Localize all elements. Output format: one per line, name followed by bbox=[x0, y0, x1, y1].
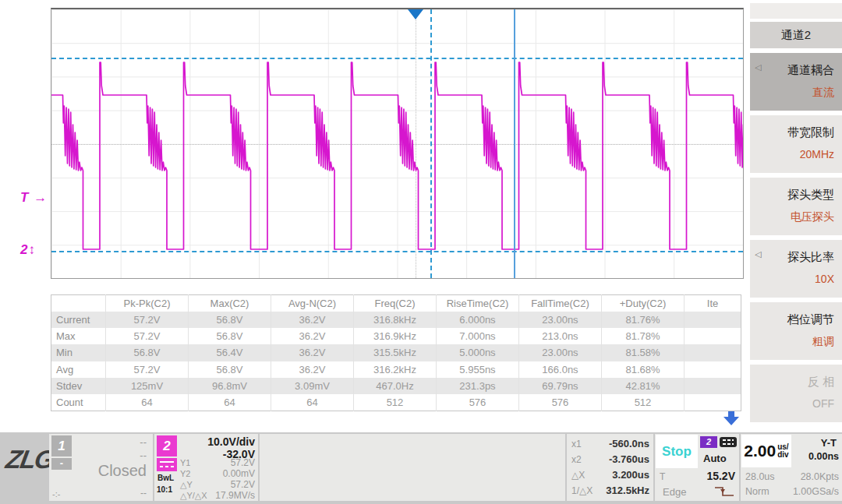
col-header: +Duty(C2) bbox=[602, 295, 685, 312]
sidebar-title: 通道2 bbox=[750, 22, 842, 48]
cursor-x1-line[interactable] bbox=[514, 9, 515, 278]
dc-coupling-icon bbox=[157, 458, 177, 471]
table-row: Min 56.8V56.4V 36.2V315.5kHz 5.000ns23.0… bbox=[51, 344, 741, 361]
bottom-spacer-panel bbox=[260, 434, 565, 501]
bandwidth-limit-flag: BwL bbox=[157, 474, 174, 482]
scroll-down-arrow-icon[interactable] bbox=[722, 411, 741, 429]
chevron-left-icon: ◁ bbox=[755, 62, 761, 72]
trigger-type[interactable]: Edge bbox=[663, 486, 686, 498]
x2-value: -3.760us bbox=[609, 453, 649, 465]
col-header bbox=[51, 295, 106, 312]
row-label: Min bbox=[51, 344, 106, 361]
col-header: Ite bbox=[685, 295, 741, 312]
cursor-x2-line[interactable] bbox=[430, 9, 432, 278]
trigger-mode[interactable]: Auto bbox=[703, 453, 727, 464]
menu-item-coupling[interactable]: ◁ 通道耦合 直流 bbox=[750, 53, 842, 111]
x1-value: -560.0ns bbox=[609, 438, 649, 449]
table-header-row: Pk-Pk(C2) Max(C2) Avg-N(C2) Freq(C2) Ris… bbox=[51, 295, 741, 312]
table-row: Stdev 125mV96.8mV 3.09mV467.0Hz 231.3ps6… bbox=[51, 378, 741, 394]
col-header: FallTime(C2) bbox=[519, 295, 602, 312]
y1-value: 57.2V bbox=[231, 457, 255, 468]
acq-mode: Norm bbox=[745, 486, 769, 497]
row-label: Max bbox=[51, 328, 106, 344]
inverse-delta-x-value: 312.5kHz bbox=[606, 485, 649, 496]
acq-points: 28.0Kpts bbox=[801, 471, 839, 482]
trigger-level-marker[interactable]: T → bbox=[20, 190, 48, 206]
sample-rate: 1.00GSa/s bbox=[793, 486, 839, 497]
right-arrow-icon: → bbox=[34, 190, 48, 205]
cursor-y2-line[interactable] bbox=[51, 251, 743, 252]
row-label: Avg bbox=[51, 361, 106, 378]
falling-edge-icon bbox=[714, 485, 734, 501]
delta-y-value: 57.2V bbox=[231, 479, 255, 490]
ch2-scale: 10.0V/div bbox=[207, 435, 255, 448]
ch1-value1: -- bbox=[140, 436, 147, 448]
channel2-badge[interactable]: 2 bbox=[157, 435, 177, 456]
col-header: Avg-N(C2) bbox=[271, 295, 354, 312]
channel2-panel[interactable]: 2 10.0V/div -32.0V BwL 10:1 Y1 57.2V Y2 … bbox=[154, 434, 258, 501]
menu-item-probe-type[interactable]: 探头类型 电压探头 bbox=[750, 178, 842, 235]
row-label: Count bbox=[51, 394, 106, 411]
menu-item-invert[interactable]: 反 相 OFF bbox=[750, 365, 842, 422]
oscilloscope-app: T → 2↕ Pk-Pk(C2) Max(C2) Avg-N(C2) Freq(… bbox=[0, 0, 842, 504]
sidebar-top-strip bbox=[750, 3, 842, 19]
table-row: Max 57.2V56.8V 36.2V316.9kHz 7.000ns213.… bbox=[51, 328, 741, 344]
table-row: Current 57.2V56.8V 36.2V316.8kHz 6.000ns… bbox=[51, 312, 741, 328]
measurement-table: Pk-Pk(C2) Max(C2) Avg-N(C2) Freq(C2) Ris… bbox=[51, 294, 741, 411]
acq-span: 28.0us bbox=[745, 471, 775, 482]
table-row: Avg 57.2V56.8V 36.2V316.2kHz 5.955ns166.… bbox=[51, 361, 741, 378]
channel-menu-sidebar: 通道2 ◁ 通道耦合 直流 带宽限制 20MHz 探头类型 电压探头 ◁ 探头比… bbox=[750, 0, 842, 432]
chevron-left-icon: ◁ bbox=[755, 249, 761, 259]
col-header: Freq(C2) bbox=[354, 295, 437, 312]
channel2-waveform-trace bbox=[51, 9, 743, 278]
row-label: Stdev bbox=[51, 378, 106, 394]
menu-item-scale-adjust[interactable]: 档位调节 粗调 bbox=[750, 302, 842, 360]
status-bar: ZLG® 1 - -- -- Closed -:- -- 2 10.0V/div… bbox=[0, 432, 842, 504]
row-label: Current bbox=[51, 312, 106, 328]
trigger-coupling-icon bbox=[720, 437, 737, 447]
ch1-status: Closed bbox=[98, 462, 147, 480]
delta-x-value: 3.200us bbox=[612, 469, 649, 481]
ch1-extra: -- bbox=[140, 488, 147, 499]
trigger-source-badge[interactable]: 2 bbox=[700, 436, 717, 448]
cursor-y1-line[interactable] bbox=[51, 58, 743, 59]
display-mode: Y-T bbox=[821, 437, 837, 449]
menu-item-bandwidth-limit[interactable]: 带宽限制 20MHz bbox=[750, 115, 842, 173]
col-header: RiseTime(C2) bbox=[437, 295, 519, 312]
channel1-sub-badge: - bbox=[51, 458, 72, 470]
col-header: Max(C2) bbox=[189, 295, 271, 312]
cursor-readout-panel: x1 -560.0ns x2 -3.760us △X 3.200us 1/△X … bbox=[567, 434, 653, 501]
run-stop-button[interactable]: Stop bbox=[656, 435, 698, 468]
trigger-position-marker[interactable] bbox=[408, 9, 423, 19]
timebase-setting[interactable]: 2.00 us/div bbox=[741, 435, 791, 467]
updown-arrow-icon: ↕ bbox=[28, 242, 36, 257]
table-row: Count 6464 64512 576576 512 bbox=[51, 394, 741, 411]
col-header: Pk-Pk(C2) bbox=[106, 295, 189, 312]
probe-ratio-flag: 10:1 bbox=[157, 485, 172, 494]
channel1-badge[interactable]: 1 bbox=[51, 435, 72, 456]
trigger-delay: 0.00ns bbox=[808, 451, 839, 462]
channel2-reference-marker[interactable]: 2↕ bbox=[20, 242, 36, 258]
channel1-panel[interactable]: 1 - -- -- Closed -:- -- bbox=[49, 434, 153, 501]
timebase-panel: 2.00 us/div Y-T 0.00ns 28.0us 28.0Kpts N… bbox=[741, 434, 842, 501]
menu-item-probe-ratio[interactable]: ◁ 探头比率 10X bbox=[750, 240, 842, 298]
ch1-value2: -- bbox=[140, 449, 147, 461]
y2-value: 0.00mV bbox=[223, 468, 255, 479]
waveform-display bbox=[51, 8, 744, 279]
trigger-panel: Stop 2 Auto T 15.2V Edge bbox=[655, 434, 739, 501]
slope-value: 17.9MV/s bbox=[215, 490, 255, 501]
trigger-level-value: 15.2V bbox=[706, 470, 735, 482]
ch1-ratio: -:- bbox=[52, 489, 60, 499]
